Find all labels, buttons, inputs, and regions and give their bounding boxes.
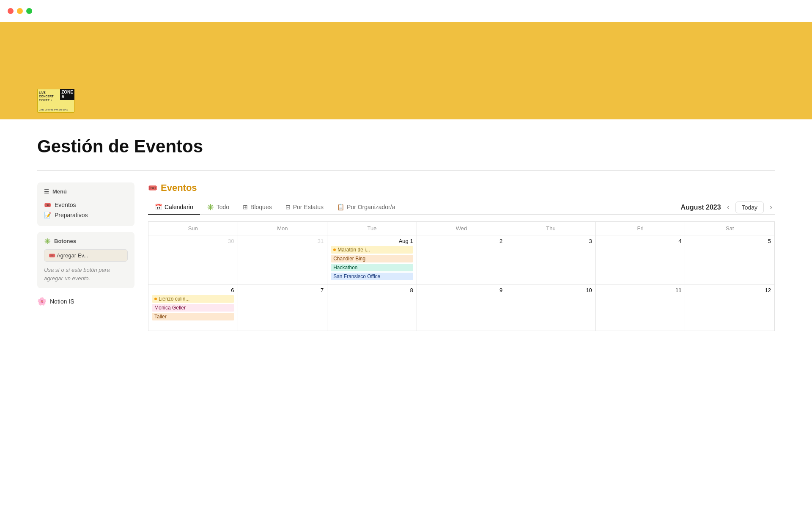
day-number: 9 — [420, 287, 503, 293]
day-number: 8 — [331, 287, 413, 293]
calendar-title-icon: 🎟️ — [148, 183, 157, 193]
calendar-day-2[interactable]: 2 — [417, 235, 506, 284]
calendar-day-8[interactable]: 8 — [327, 284, 417, 331]
day-number: 31 — [241, 238, 324, 244]
tab-calendario-icon: 📅 — [155, 204, 162, 210]
event-monica[interactable]: Monica Geller — [152, 304, 234, 312]
calendar-week-1: 30 31 Aug 1 Maratón de i... — [148, 235, 775, 284]
calendar-day-3[interactable]: 3 — [506, 235, 596, 284]
event-label: Hackathon — [333, 265, 357, 271]
ticket-bottom: JAN 09 8:41 PM 1/9 0:41 — [39, 108, 73, 111]
tab-por-estatus[interactable]: ⊟ Por Estatus — [279, 200, 330, 215]
tab-todo-icon: ✳️ — [207, 204, 214, 210]
calendar-day-10[interactable]: 10 — [506, 284, 596, 331]
event-dot — [154, 298, 157, 300]
weekday-mon: Mon — [238, 222, 327, 235]
weekday-wed: Wed — [417, 222, 506, 235]
tab-bloques[interactable]: ⊞ Bloques — [236, 200, 279, 215]
calendar-day-11[interactable]: 11 — [595, 284, 685, 331]
tab-organizador-icon: 📋 — [337, 204, 344, 210]
notion-is-label: Notion IS — [50, 298, 74, 305]
hero-banner: LIVE CONCERT TICKET ♪ ZONE A JAN 09 8:41… — [0, 22, 812, 119]
event-taller[interactable]: Taller — [152, 313, 234, 320]
minimize-button[interactable] — [17, 8, 23, 14]
day-number: 12 — [689, 287, 771, 293]
maximize-button[interactable] — [26, 8, 32, 14]
calendar-tabs: 📅 Calendario ✳️ Todo ⊞ Bloques ⊟ Por Est… — [148, 200, 775, 215]
day-number: 30 — [152, 238, 234, 244]
day-number: 4 — [599, 238, 682, 244]
menu-icon: ☰ — [44, 188, 49, 195]
calendar-nav: August 2023 ‹ Today › — [681, 202, 775, 213]
day-number: Aug 1 — [331, 238, 413, 244]
preparativos-icon: 📝 — [44, 212, 51, 218]
ticket-image: LIVE CONCERT TICKET ♪ ZONE A JAN 09 8:41… — [37, 89, 74, 113]
tab-calendario[interactable]: 📅 Calendario — [148, 200, 200, 215]
calendar-day-9[interactable]: 9 — [417, 284, 506, 331]
event-label: Chandler Bing — [333, 256, 365, 262]
calendar-day-6[interactable]: 6 Lienzo culin... Monica Geller Taller — [148, 284, 238, 331]
calendar-day-31[interactable]: 31 — [238, 235, 327, 284]
day-number: 2 — [420, 238, 503, 244]
day-number: 10 — [510, 287, 592, 293]
event-label: Lienzo culin... — [159, 296, 189, 302]
calendar-table: Sun Mon Tue Wed Thu Fri Sat 30 — [148, 221, 775, 331]
close-button[interactable] — [8, 8, 14, 14]
calendar-area: 🎟️ Eventos 📅 Calendario ✳️ Todo ⊞ Bloque… — [148, 182, 775, 331]
tab-estatus-icon: ⊟ — [285, 204, 291, 210]
calendar-day-12[interactable]: 12 — [685, 284, 775, 331]
tab-por-organizador[interactable]: 📋 Por Organizador/a — [330, 200, 402, 215]
event-hackathon[interactable]: Hackathon — [331, 264, 413, 271]
calendar-day-aug1[interactable]: Aug 1 Maratón de i... Chandler Bing Hack… — [327, 235, 417, 284]
sidebar-item-preparativos[interactable]: 📝 Preparativos — [44, 210, 128, 220]
day-number: 11 — [599, 287, 682, 293]
sidebar-item-eventos[interactable]: 🎟️ Eventos — [44, 200, 128, 210]
day-number: 5 — [689, 238, 771, 244]
calendar-day-7[interactable]: 7 — [238, 284, 327, 331]
eventos-icon: 🎟️ — [44, 202, 51, 208]
calendar-day-30[interactable]: 30 — [148, 235, 238, 284]
day-number: 3 — [510, 238, 592, 244]
month-label: August 2023 — [681, 204, 721, 211]
add-event-button[interactable]: 🎟️ Agregar Ev... — [44, 249, 128, 262]
sidebar: ☰ Menú 🎟️ Eventos 📝 Preparativos ✳️ Boto… — [37, 182, 134, 309]
prev-month-button[interactable]: ‹ — [724, 202, 732, 213]
ticket-zone: ZONE A — [60, 89, 74, 100]
tab-bloques-icon: ⊞ — [243, 204, 248, 210]
calendar-day-5[interactable]: 5 — [685, 235, 775, 284]
botones-icon: ✳️ — [44, 238, 51, 244]
sidebar-botones-title: ✳️ Botones — [44, 238, 128, 244]
weekday-tue: Tue — [327, 222, 417, 235]
today-button[interactable]: Today — [735, 202, 764, 213]
event-dot — [333, 248, 336, 251]
main-layout: ☰ Menú 🎟️ Eventos 📝 Preparativos ✳️ Boto… — [37, 182, 775, 331]
calendar-week-2: 6 Lienzo culin... Monica Geller Taller — [148, 284, 775, 331]
event-label: San Fransisco Office — [333, 273, 380, 279]
ticket-line1: LIVE — [39, 91, 46, 94]
weekday-sat: Sat — [685, 222, 775, 235]
notion-is-icon: 🌸 — [37, 297, 47, 306]
sidebar-menu-section: ☰ Menú 🎟️ Eventos 📝 Preparativos — [37, 182, 134, 226]
tab-todo[interactable]: ✳️ Todo — [200, 200, 236, 215]
page-title: Gestión de Eventos — [37, 136, 775, 157]
calendar-day-4[interactable]: 4 — [595, 235, 685, 284]
event-label: Taller — [154, 314, 167, 320]
ticket-line3: TICKET ♪ — [39, 99, 52, 102]
weekday-thu: Thu — [506, 222, 596, 235]
next-month-button[interactable]: › — [767, 202, 775, 213]
titlebar — [0, 0, 812, 22]
event-sf-office[interactable]: San Fransisco Office — [331, 273, 413, 280]
notion-is-item[interactable]: 🌸 Notion IS — [37, 294, 134, 309]
weekday-fri: Fri — [595, 222, 685, 235]
ticket-line2: CONCERT — [39, 95, 54, 98]
event-lienzo[interactable]: Lienzo culin... — [152, 295, 234, 303]
sidebar-menu-title: ☰ Menú — [44, 188, 128, 195]
event-chandler[interactable]: Chandler Bing — [331, 255, 413, 262]
page-divider — [37, 170, 775, 171]
calendar-header: 🎟️ Eventos — [148, 182, 775, 193]
day-number: 6 — [152, 287, 234, 293]
event-maraton[interactable]: Maratón de i... — [331, 246, 413, 254]
day-number: 7 — [241, 287, 324, 293]
sidebar-botones-section: ✳️ Botones 🎟️ Agregar Ev... Usa sí o sí … — [37, 232, 134, 288]
calendar-title: 🎟️ Eventos — [148, 182, 197, 193]
